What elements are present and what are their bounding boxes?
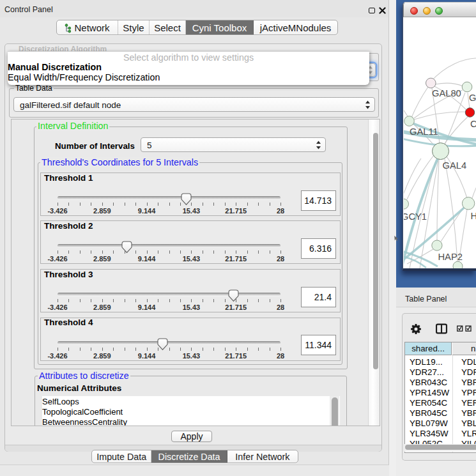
svg-text:GAL4: GAL4 xyxy=(443,160,467,171)
svg-text:H: H xyxy=(471,211,476,221)
svg-text:C: C xyxy=(470,119,476,129)
svg-text:GAL80: GAL80 xyxy=(432,88,461,98)
svg-text:GAL11: GAL11 xyxy=(410,127,438,137)
svg-text:GCY1: GCY1 xyxy=(404,211,427,222)
svg-text:G: G xyxy=(469,93,476,103)
svg-text:HAP2: HAP2 xyxy=(438,252,463,262)
